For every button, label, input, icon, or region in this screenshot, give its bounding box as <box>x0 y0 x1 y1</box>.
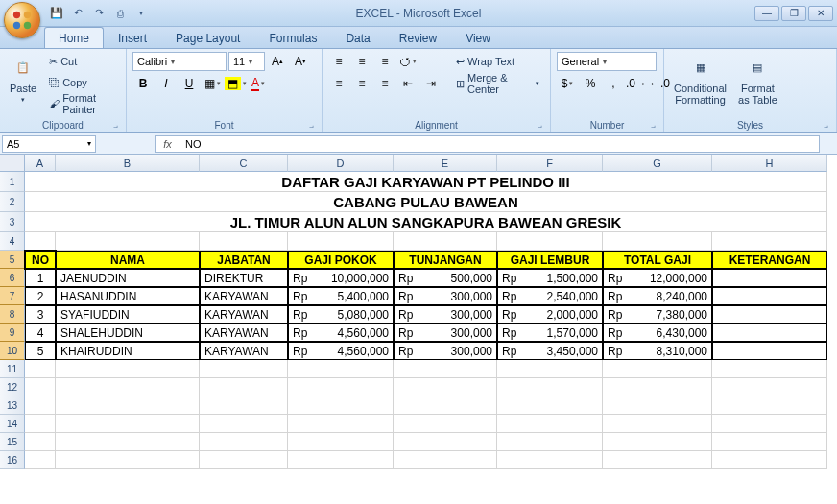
cell[interactable]: Rp7,380,000 <box>603 305 712 324</box>
row-header-13[interactable]: 13 <box>0 396 25 415</box>
cell[interactable]: KHAIRUDDIN <box>56 342 200 360</box>
copy-button[interactable]: ⿻Copy <box>44 73 120 92</box>
cell[interactable] <box>25 232 56 251</box>
cell[interactable]: Rp10,000,000 <box>288 269 394 287</box>
cell[interactable] <box>603 360 712 378</box>
row-header-1[interactable]: 1 <box>0 172 25 192</box>
comma-format-icon[interactable]: , <box>603 74 624 93</box>
maximize-button[interactable]: ❐ <box>781 6 806 21</box>
row-header-4[interactable]: 4 <box>0 232 25 251</box>
cell[interactable] <box>712 360 827 378</box>
cell[interactable] <box>200 433 288 451</box>
increase-indent-icon[interactable]: ⇥ <box>420 74 442 93</box>
cell[interactable] <box>25 360 56 378</box>
tab-view[interactable]: View <box>451 27 505 48</box>
percent-format-icon[interactable]: % <box>580 74 601 93</box>
cell[interactable]: 1 <box>25 269 56 287</box>
print-icon[interactable]: ⎙ <box>111 5 129 22</box>
title-row-3[interactable]: JL. TIMUR ALUN ALUN SANGKAPURA BAWEAN GR… <box>25 212 827 232</box>
cell[interactable] <box>56 232 200 251</box>
increase-decimal-icon[interactable]: .0→ <box>626 74 647 93</box>
tab-insert[interactable]: Insert <box>104 27 161 48</box>
cell[interactable]: Rp4,560,000 <box>288 324 394 342</box>
cell[interactable]: Rp5,080,000 <box>288 305 394 324</box>
cell[interactable] <box>603 451 712 469</box>
row-header-3[interactable]: 3 <box>0 212 25 232</box>
cell[interactable]: HASANUDDIN <box>56 287 200 305</box>
cell[interactable]: KARYAWAN <box>200 287 288 305</box>
cell[interactable] <box>200 415 288 433</box>
cell[interactable] <box>497 433 603 451</box>
cell[interactable] <box>712 232 827 251</box>
cell[interactable] <box>497 415 603 433</box>
cell[interactable] <box>200 232 288 251</box>
italic-button[interactable]: I <box>155 74 177 93</box>
format-as-table-button[interactable]: ▤ Format as Table <box>734 52 781 108</box>
cell[interactable] <box>288 415 394 433</box>
conditional-formatting-button[interactable]: ▦ Conditional Formatting <box>670 52 730 108</box>
cell[interactable]: JAENUDDIN <box>56 269 200 287</box>
row-header-11[interactable]: 11 <box>0 360 25 378</box>
cell[interactable] <box>25 415 56 433</box>
cell[interactable] <box>288 396 394 415</box>
cell[interactable]: Rp6,430,000 <box>603 324 712 342</box>
bold-button[interactable]: B <box>132 74 154 93</box>
cell[interactable] <box>200 451 288 469</box>
cell[interactable] <box>497 451 603 469</box>
cell[interactable]: SHALEHUDDIN <box>56 324 200 342</box>
cell[interactable]: 3 <box>25 305 56 324</box>
cell[interactable] <box>712 415 827 433</box>
fx-button[interactable]: fx <box>156 138 179 150</box>
row-header-16[interactable]: 16 <box>0 451 25 469</box>
cell[interactable]: TOTAL GAJI <box>603 251 712 269</box>
cell[interactable]: SYAFIUDDIN <box>56 305 200 324</box>
cell[interactable] <box>394 415 497 433</box>
cell[interactable]: Rp300,000 <box>394 305 497 324</box>
col-header-G[interactable]: G <box>603 155 712 172</box>
cell[interactable] <box>288 451 394 469</box>
select-all-corner[interactable] <box>0 155 25 172</box>
cell[interactable] <box>712 433 827 451</box>
cell[interactable] <box>200 378 288 396</box>
col-header-B[interactable]: B <box>56 155 200 172</box>
cell[interactable] <box>200 396 288 415</box>
tab-formulas[interactable]: Formulas <box>254 27 331 48</box>
cell[interactable] <box>603 378 712 396</box>
cell[interactable] <box>56 360 200 378</box>
cell[interactable] <box>25 451 56 469</box>
cell[interactable]: NAMA <box>56 251 200 269</box>
cell[interactable] <box>394 396 497 415</box>
cut-button[interactable]: ✂Cut <box>44 52 120 71</box>
cell[interactable] <box>394 378 497 396</box>
office-button[interactable] <box>4 2 40 38</box>
cell[interactable] <box>603 232 712 251</box>
cell[interactable] <box>288 232 394 251</box>
cell[interactable]: Rp300,000 <box>394 342 497 360</box>
cell[interactable] <box>712 305 827 324</box>
cell[interactable] <box>56 396 200 415</box>
cell[interactable]: Rp1,570,000 <box>497 324 603 342</box>
cell[interactable]: JABATAN <box>200 251 288 269</box>
cell[interactable] <box>56 451 200 469</box>
align-bottom-icon[interactable]: ≡ <box>374 52 395 71</box>
cell[interactable]: Rp2,540,000 <box>497 287 603 305</box>
cell[interactable]: TUNJANGAN <box>394 251 497 269</box>
align-center-icon[interactable]: ≡ <box>351 74 372 93</box>
merge-center-button[interactable]: ⊞Merge & Center▾ <box>451 74 544 93</box>
title-row-1[interactable]: DAFTAR GAJI KARYAWAN PT PELINDO III <box>25 172 827 192</box>
row-header-7[interactable]: 7 <box>0 287 25 305</box>
border-button[interactable]: ▦ <box>202 74 223 93</box>
cell[interactable]: 4 <box>25 324 56 342</box>
wrap-text-button[interactable]: ↩Wrap Text <box>451 52 544 71</box>
cell[interactable]: NO <box>25 251 56 269</box>
increase-font-icon[interactable]: A▴ <box>267 52 288 71</box>
col-header-A[interactable]: A <box>25 155 56 172</box>
font-name-combo[interactable]: Calibri▾ <box>132 52 227 71</box>
cell[interactable]: Rp8,310,000 <box>603 342 712 360</box>
cell[interactable]: Rp500,000 <box>394 269 497 287</box>
cell[interactable] <box>712 396 827 415</box>
cell[interactable] <box>497 232 603 251</box>
cell[interactable] <box>712 378 827 396</box>
name-box[interactable]: A5▾ <box>2 135 96 153</box>
cell[interactable]: Rp300,000 <box>394 324 497 342</box>
